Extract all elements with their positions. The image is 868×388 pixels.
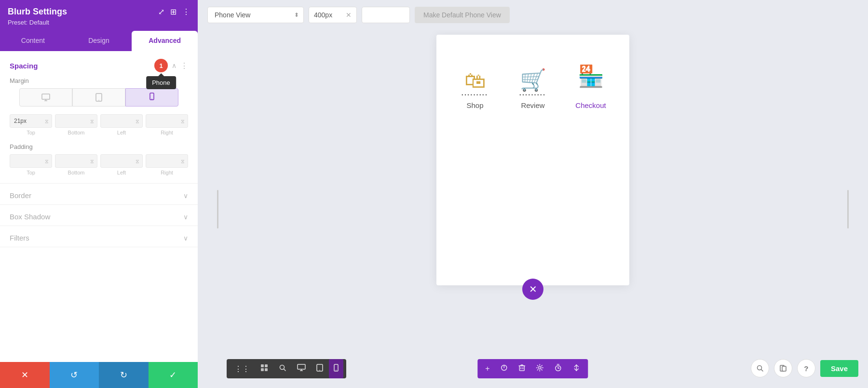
- margin-right-link-icon[interactable]: ⧖: [181, 118, 185, 124]
- toolbar-menu-icon[interactable]: ⋮⋮: [230, 360, 255, 378]
- margin-top-input[interactable]: [14, 118, 45, 124]
- toolbar-phone-icon[interactable]: [329, 359, 343, 378]
- svg-point-4: [98, 100, 99, 101]
- width-input-wrap: ✕: [309, 7, 357, 23]
- more-icon[interactable]: ⋮: [182, 7, 190, 16]
- undo-button[interactable]: ↺: [50, 362, 99, 388]
- padding-left-link-icon[interactable]: ⧖: [136, 158, 139, 164]
- checkout-label: Checkout: [575, 101, 606, 109]
- save-check-button[interactable]: ✓: [149, 362, 198, 388]
- panel-header: Blurb Settings ⤢ ⊞ ⋮ Preset: Default: [0, 0, 198, 31]
- phone-badge-wrapper: 1 Phone: [154, 59, 168, 72]
- help-icon: ?: [804, 364, 808, 373]
- device-tablet[interactable]: [72, 88, 125, 107]
- spacing-badge[interactable]: 1: [154, 59, 168, 72]
- save-button[interactable]: Save: [820, 360, 858, 377]
- padding-bottom-group: ⧖ Bottom: [55, 154, 97, 175]
- box-shadow-section-header[interactable]: Box Shadow ∨: [0, 205, 198, 226]
- shop-item-review: 🛒 ••••••••• Review: [504, 67, 562, 109]
- padding-top-link-icon[interactable]: ⧖: [45, 158, 49, 164]
- cancel-button[interactable]: ✕: [0, 362, 50, 388]
- margin-left-input[interactable]: [105, 118, 136, 124]
- border-section: Border ∨: [0, 184, 198, 205]
- spacing-more-icon[interactable]: ⋮: [180, 61, 188, 70]
- margin-top-label: Top: [27, 130, 35, 135]
- margin-right-input[interactable]: [150, 118, 181, 124]
- filters-section-header[interactable]: Filters ∨: [0, 226, 198, 247]
- redo-button[interactable]: ↻: [99, 362, 149, 388]
- padding-bottom-link-icon[interactable]: ⧖: [90, 158, 94, 164]
- padding-top-input[interactable]: [14, 158, 45, 164]
- filters-title: Filters: [10, 234, 29, 242]
- help-circle-button[interactable]: ?: [797, 359, 815, 377]
- device-desktop[interactable]: [19, 88, 72, 107]
- margin-bottom-group: ⧖ Bottom: [55, 114, 97, 135]
- filters-section: Filters ∨: [0, 226, 198, 247]
- border-section-header[interactable]: Border ∨: [0, 184, 198, 204]
- checkout-store-icon: 🏪: [578, 64, 604, 89]
- margin-top-link-icon[interactable]: ⧖: [45, 118, 49, 124]
- toolbar-search-icon[interactable]: [274, 359, 291, 378]
- preview-close-button[interactable]: ✕: [522, 279, 543, 300]
- width-input[interactable]: [314, 11, 343, 19]
- filters-chevron-icon[interactable]: ∨: [183, 234, 188, 242]
- padding-left-input[interactable]: [105, 158, 136, 164]
- shop-item-checkout: 🏪 Checkout: [562, 64, 620, 109]
- box-shadow-chevron-icon[interactable]: ∨: [183, 213, 188, 221]
- toolbar-power-icon[interactable]: [496, 359, 513, 378]
- padding-right-group: ⧖ Right: [146, 154, 188, 175]
- search-circle-button[interactable]: [751, 359, 769, 377]
- svg-rect-42: [782, 366, 786, 371]
- padding-right-label: Right: [161, 170, 173, 175]
- toolbar-desktop-icon[interactable]: [292, 359, 311, 378]
- top-bar: Phone View Desktop View Tablet View ⬍ ✕ …: [198, 0, 868, 30]
- padding-right-input[interactable]: [150, 158, 181, 164]
- margin-bottom-input[interactable]: [59, 118, 90, 124]
- svg-rect-22: [520, 366, 525, 371]
- panel-tabs: Content Design Advanced: [0, 31, 198, 51]
- view-select[interactable]: Phone View Desktop View Tablet View: [207, 7, 304, 23]
- tab-advanced[interactable]: Advanced: [132, 31, 198, 51]
- toolbar-delete-icon[interactable]: [514, 359, 530, 378]
- layers-circle-button[interactable]: [774, 359, 792, 377]
- toolbar-tablet-icon[interactable]: [312, 359, 328, 378]
- border-chevron-icon[interactable]: ∨: [183, 192, 188, 200]
- review-dots: •••••••••: [519, 93, 546, 97]
- clear-width-icon[interactable]: ✕: [346, 11, 352, 19]
- padding-left-group: ⧖ Left: [100, 154, 143, 175]
- margin-left-link-icon[interactable]: ⧖: [136, 118, 139, 124]
- toolbar-expand-icon[interactable]: [568, 359, 585, 378]
- toolbar-timer-icon[interactable]: [550, 359, 567, 378]
- panel-title: Blurb Settings: [8, 7, 67, 17]
- svg-point-6: [151, 99, 152, 100]
- device-phone[interactable]: [125, 88, 178, 107]
- padding-bottom-input[interactable]: [59, 158, 90, 164]
- bottom-toolbar-center: +: [477, 359, 588, 378]
- toolbar-add-icon[interactable]: +: [480, 360, 494, 378]
- tab-content[interactable]: Content: [0, 31, 66, 51]
- padding-bottom-label: Bottom: [68, 170, 85, 175]
- phone-preview: 🛍 ••••••••• Shop 🛒 ••••••••• Review 🏪 Ch…: [436, 35, 629, 285]
- panel-preset: Preset: Default: [8, 19, 190, 26]
- spacing-chevron-icon[interactable]: ∧: [172, 62, 176, 69]
- toolbar-grid-icon[interactable]: [256, 359, 273, 378]
- resize-icon[interactable]: ⤢: [158, 7, 164, 16]
- tab-design[interactable]: Design: [66, 31, 132, 51]
- svg-point-29: [539, 367, 541, 369]
- toolbar-settings-icon[interactable]: [531, 359, 549, 378]
- padding-right-link-icon[interactable]: ⧖: [181, 158, 185, 164]
- margin-bottom-link-icon[interactable]: ⧖: [90, 118, 94, 124]
- resize-handle-left[interactable]: [217, 190, 218, 228]
- device-row: [10, 88, 188, 114]
- margin-top-group: ⧖ Top: [10, 114, 52, 135]
- margin-right-label: Right: [161, 130, 173, 135]
- resize-handle-right[interactable]: [847, 190, 849, 228]
- svg-line-12: [284, 369, 286, 371]
- extra-width-input[interactable]: [362, 7, 410, 23]
- spacing-title: Spacing: [10, 62, 38, 70]
- shop-icons-row: 🛍 ••••••••• Shop 🛒 ••••••••• Review 🏪 Ch…: [446, 64, 620, 109]
- columns-icon[interactable]: ⊞: [170, 7, 176, 16]
- spacing-section-icons: 1 Phone ∧ ⋮: [154, 59, 188, 72]
- spacing-section-header[interactable]: Spacing 1 Phone ∧ ⋮: [0, 51, 198, 77]
- make-default-button[interactable]: Make Default Phone View: [415, 7, 510, 23]
